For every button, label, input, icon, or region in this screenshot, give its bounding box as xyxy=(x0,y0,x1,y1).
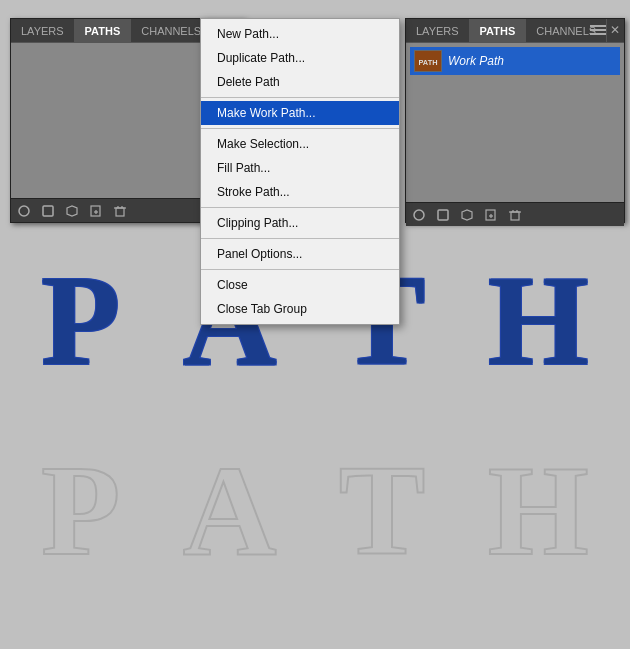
svg-point-11 xyxy=(414,210,424,220)
menu-fill-path[interactable]: Fill Path... xyxy=(201,156,399,180)
panel-right-footer xyxy=(406,202,624,226)
menu-divider-3 xyxy=(201,207,399,208)
letter-a-outline: A xyxy=(183,435,277,585)
menu-new-path[interactable]: New Path... xyxy=(201,22,399,46)
menu-divider-1 xyxy=(201,97,399,98)
menu-panel-options[interactable]: Panel Options... xyxy=(201,242,399,266)
panel-right-content xyxy=(406,75,624,202)
load-path-icon[interactable] xyxy=(63,204,81,218)
letter-p-outline: P xyxy=(41,435,120,585)
tab-layers-left[interactable]: LAYERS xyxy=(11,19,75,43)
path-text-outline: P A T H xyxy=(10,430,620,590)
letter-h-outline: H xyxy=(488,435,589,585)
menu-duplicate-path[interactable]: Duplicate Path... xyxy=(201,46,399,70)
new-path-icon-right[interactable] xyxy=(482,208,500,222)
letter-t-outline: T xyxy=(339,435,426,585)
new-path-icon[interactable] xyxy=(87,204,105,218)
svg-point-0 xyxy=(19,206,29,216)
canvas-area: www.psdtude.com P A T H P A T H LAYERS P… xyxy=(0,0,630,649)
svg-rect-5 xyxy=(116,208,124,216)
stroke-path-icon-right[interactable] xyxy=(434,208,452,222)
work-path-label: Work Path xyxy=(448,54,504,68)
tab-paths-left[interactable]: PATHS xyxy=(75,19,132,43)
svg-text:PATH: PATH xyxy=(418,58,437,67)
menu-divider-2 xyxy=(201,128,399,129)
menu-stroke-path[interactable]: Stroke Path... xyxy=(201,180,399,204)
menu-clipping-path[interactable]: Clipping Path... xyxy=(201,211,399,235)
letter-h-blue: H xyxy=(488,245,589,395)
panel-right: LAYERS PATHS CHANNELS ✕ PATH W xyxy=(405,18,625,223)
panel-right-menu-btn[interactable] xyxy=(590,23,606,37)
svg-rect-12 xyxy=(438,210,448,220)
panel-right-close-btn[interactable]: ✕ xyxy=(608,23,622,37)
dropdown-menu: New Path... Duplicate Path... Delete Pat… xyxy=(200,18,400,325)
svg-rect-1 xyxy=(43,206,53,216)
menu-close[interactable]: Close xyxy=(201,273,399,297)
menu-divider-4 xyxy=(201,238,399,239)
svg-rect-16 xyxy=(511,212,519,220)
menu-close-tab-group[interactable]: Close Tab Group xyxy=(201,297,399,321)
work-path-row[interactable]: PATH Work Path xyxy=(410,47,620,75)
tab-layers-right[interactable]: LAYERS xyxy=(406,19,470,43)
panel-right-header: LAYERS PATHS CHANNELS ✕ xyxy=(406,19,624,43)
fill-path-icon[interactable] xyxy=(15,204,33,218)
menu-delete-path[interactable]: Delete Path xyxy=(201,70,399,94)
load-path-icon-right[interactable] xyxy=(458,208,476,222)
tab-paths-right[interactable]: PATHS xyxy=(470,19,527,43)
stroke-path-icon[interactable] xyxy=(39,204,57,218)
path-thumbnail: PATH xyxy=(414,50,442,72)
menu-divider-5 xyxy=(201,269,399,270)
letter-p-blue: P xyxy=(41,245,120,395)
delete-path-icon[interactable] xyxy=(111,204,129,218)
delete-path-icon-right[interactable] xyxy=(506,208,524,222)
menu-make-selection[interactable]: Make Selection... xyxy=(201,132,399,156)
fill-path-icon-right[interactable] xyxy=(410,208,428,222)
menu-make-work-path[interactable]: Make Work Path... xyxy=(201,101,399,125)
